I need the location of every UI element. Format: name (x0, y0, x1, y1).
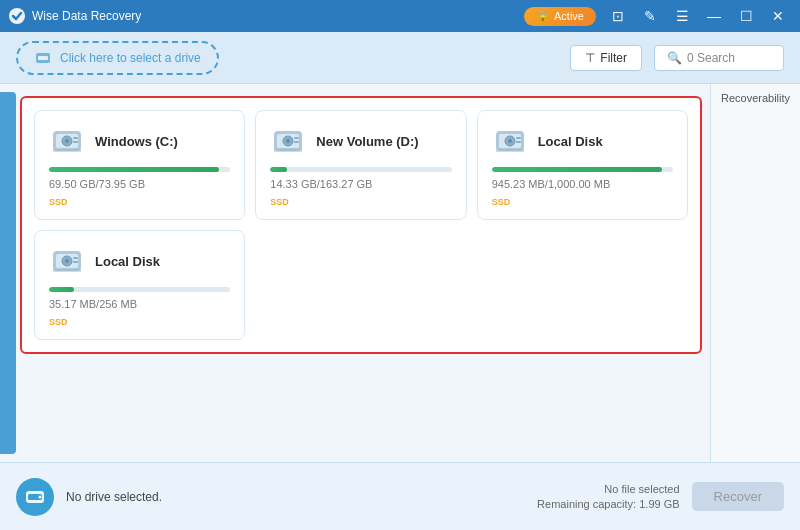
filter-label: Filter (600, 51, 627, 65)
drive-progress-bar (492, 167, 673, 172)
drive-size-text: 69.50 GB/73.95 GB (49, 178, 230, 190)
search-box[interactable]: 🔍 0 Search (654, 45, 784, 71)
drive-size-text: 35.17 MB/256 MB (49, 298, 230, 310)
search-icon: 🔍 (667, 51, 682, 65)
drive-name: Local Disk (95, 254, 160, 269)
drive-progress-bar (270, 167, 451, 172)
svg-point-13 (286, 139, 290, 143)
restore-btn[interactable]: ⊡ (604, 5, 632, 27)
lock-icon: 🔒 (536, 10, 550, 23)
left-accent-bar (0, 92, 16, 454)
drive-grid: Windows (C:)69.50 GB/73.95 GBSSD New Vol… (20, 96, 702, 354)
search-label: 0 Search (687, 51, 735, 65)
drive-card[interactable]: Local Disk35.17 MB/256 MBSSD (34, 230, 245, 340)
toolbar: Click here to select a drive ⊤ Filter 🔍 … (0, 32, 800, 84)
active-badge: 🔒 Active (524, 7, 596, 26)
svg-rect-23 (496, 149, 524, 152)
drive-icon (24, 486, 46, 508)
svg-rect-15 (294, 141, 299, 143)
main-area: Click here to select a drive ⊤ Filter 🔍 … (0, 32, 800, 530)
remaining-capacity-text: Remaining capacity: 1.99 GB (537, 498, 679, 510)
select-drive-label: Click here to select a drive (60, 51, 201, 65)
edit-btn[interactable]: ✎ (636, 5, 664, 27)
drive-badge: SSD (49, 197, 230, 207)
drive-progress-fill (492, 167, 662, 172)
no-file-text: No file selected (604, 483, 679, 495)
svg-point-27 (65, 259, 69, 263)
drive-progress-fill (49, 287, 74, 292)
drive-badge: SSD (49, 317, 230, 327)
minimize-btn[interactable]: — (700, 5, 728, 27)
drive-badge: SSD (270, 197, 451, 207)
svg-rect-14 (294, 137, 299, 139)
drive-name: New Volume (D:) (316, 134, 418, 149)
active-label: Active (554, 10, 584, 22)
drive-card[interactable]: Windows (C:)69.50 GB/73.95 GBSSD (34, 110, 245, 220)
svg-rect-21 (516, 137, 521, 139)
maximize-btn[interactable]: ☐ (732, 5, 760, 27)
svg-rect-29 (73, 261, 78, 263)
svg-rect-2 (38, 56, 48, 60)
drive-icon (492, 123, 528, 159)
svg-rect-8 (73, 141, 78, 143)
svg-rect-9 (53, 149, 81, 152)
app-logo (8, 7, 26, 25)
drive-size-text: 14.33 GB/163.27 GB (270, 178, 451, 190)
drive-status-icon (16, 478, 54, 516)
bottom-bar: No drive selected. No file selected Rema… (0, 462, 800, 530)
drive-progress-fill (49, 167, 219, 172)
drive-card[interactable]: New Volume (D:)14.33 GB/163.27 GBSSD (255, 110, 466, 220)
drives-panel: Windows (C:)69.50 GB/73.95 GBSSD New Vol… (16, 84, 710, 462)
recoverability-label: Recoverability (721, 92, 790, 104)
svg-rect-22 (516, 141, 521, 143)
drive-icon (270, 123, 306, 159)
drive-card[interactable]: Local Disk945.23 MB/1,000.00 MBSSD (477, 110, 688, 220)
bottom-info: No file selected Remaining capacity: 1.9… (537, 483, 679, 510)
close-btn[interactable]: ✕ (764, 5, 792, 27)
menu-btn[interactable]: ☰ (668, 5, 696, 27)
drive-progress-fill (270, 167, 286, 172)
drive-icon (49, 123, 85, 159)
select-drive-button[interactable]: Click here to select a drive (16, 41, 219, 75)
svg-rect-7 (73, 137, 78, 139)
svg-point-33 (39, 495, 42, 498)
svg-point-20 (508, 139, 512, 143)
drive-progress-bar (49, 287, 230, 292)
svg-rect-28 (73, 257, 78, 259)
window-controls: ⊡ ✎ ☰ — ☐ ✕ (604, 5, 792, 27)
recover-button[interactable]: Recover (692, 482, 784, 511)
drive-size-text: 945.23 MB/1,000.00 MB (492, 178, 673, 190)
filter-button[interactable]: ⊤ Filter (570, 45, 642, 71)
svg-rect-30 (53, 269, 81, 272)
content-row: Windows (C:)69.50 GB/73.95 GBSSD New Vol… (0, 84, 800, 462)
no-drive-text: No drive selected. (66, 490, 162, 504)
title-bar: Wise Data Recovery 🔒 Active ⊡ ✎ ☰ — ☐ ✕ (0, 0, 800, 32)
bottom-right-area: No file selected Remaining capacity: 1.9… (537, 482, 784, 511)
drive-badge: SSD (492, 197, 673, 207)
drive-name: Windows (C:) (95, 134, 178, 149)
right-sidebar: Recoverability (710, 84, 800, 462)
drive-progress-bar (49, 167, 230, 172)
filter-icon: ⊤ (585, 51, 595, 65)
app-title: Wise Data Recovery (32, 9, 524, 23)
drive-name: Local Disk (538, 134, 603, 149)
svg-point-6 (65, 139, 69, 143)
drive-icon (49, 243, 85, 279)
drive-select-icon (34, 49, 52, 67)
svg-rect-16 (274, 149, 302, 152)
